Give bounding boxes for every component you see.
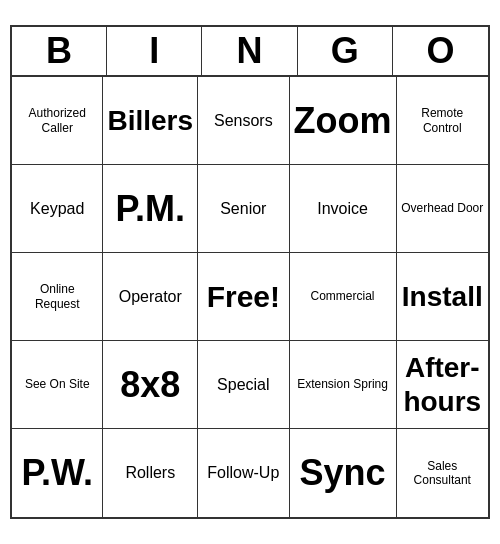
cell-text: Zoom	[294, 99, 392, 142]
bingo-card: BINGO Authorized CallerBillersSensorsZoo…	[10, 25, 490, 519]
cell-text: See On Site	[25, 377, 90, 391]
cell-text: P.M.	[116, 187, 185, 230]
cell-text: After-hours	[401, 351, 484, 418]
bingo-cell: Remote Control	[397, 77, 488, 165]
header-letter: B	[12, 27, 107, 75]
bingo-cell: Sensors	[198, 77, 289, 165]
header-letter: O	[393, 27, 488, 75]
cell-text: Billers	[107, 104, 193, 138]
cell-text: Invoice	[317, 199, 368, 218]
bingo-cell: Extension Spring	[290, 341, 397, 429]
cell-text: Remote Control	[401, 106, 484, 135]
cell-text: Online Request	[16, 282, 98, 311]
cell-text: Special	[217, 375, 269, 394]
bingo-cell: Authorized Caller	[12, 77, 103, 165]
cell-text: Sales Consultant	[401, 459, 484, 488]
cell-text: Operator	[119, 287, 182, 306]
cell-text: Commercial	[311, 289, 375, 303]
header-letter: G	[298, 27, 393, 75]
bingo-header: BINGO	[12, 27, 488, 77]
bingo-cell: Sync	[290, 429, 397, 517]
bingo-cell: Senior	[198, 165, 289, 253]
cell-text: Sensors	[214, 111, 273, 130]
cell-text: Install	[402, 280, 483, 314]
bingo-cell: Free!	[198, 253, 289, 341]
bingo-cell: See On Site	[12, 341, 103, 429]
bingo-cell: Follow-Up	[198, 429, 289, 517]
bingo-cell: P.W.	[12, 429, 103, 517]
cell-text: 8x8	[120, 363, 180, 406]
bingo-cell: Sales Consultant	[397, 429, 488, 517]
bingo-grid: Authorized CallerBillersSensorsZoomRemot…	[12, 77, 488, 517]
cell-text: Sync	[300, 451, 386, 494]
cell-text: Authorized Caller	[16, 106, 98, 135]
cell-text: P.W.	[22, 451, 93, 494]
header-letter: I	[107, 27, 202, 75]
bingo-cell: Special	[198, 341, 289, 429]
cell-text: Follow-Up	[207, 463, 279, 482]
bingo-cell: Overhead Door	[397, 165, 488, 253]
bingo-cell: Invoice	[290, 165, 397, 253]
bingo-cell: Operator	[103, 253, 198, 341]
cell-text: Keypad	[30, 199, 84, 218]
bingo-cell: Billers	[103, 77, 198, 165]
cell-text: Free!	[207, 279, 280, 315]
header-letter: N	[202, 27, 297, 75]
cell-text: Senior	[220, 199, 266, 218]
bingo-cell: Install	[397, 253, 488, 341]
bingo-cell: Zoom	[290, 77, 397, 165]
bingo-cell: After-hours	[397, 341, 488, 429]
cell-text: Rollers	[125, 463, 175, 482]
bingo-cell: P.M.	[103, 165, 198, 253]
bingo-cell: Commercial	[290, 253, 397, 341]
cell-text: Extension Spring	[297, 377, 388, 391]
bingo-cell: 8x8	[103, 341, 198, 429]
bingo-cell: Keypad	[12, 165, 103, 253]
bingo-cell: Online Request	[12, 253, 103, 341]
bingo-cell: Rollers	[103, 429, 198, 517]
cell-text: Overhead Door	[401, 201, 483, 215]
